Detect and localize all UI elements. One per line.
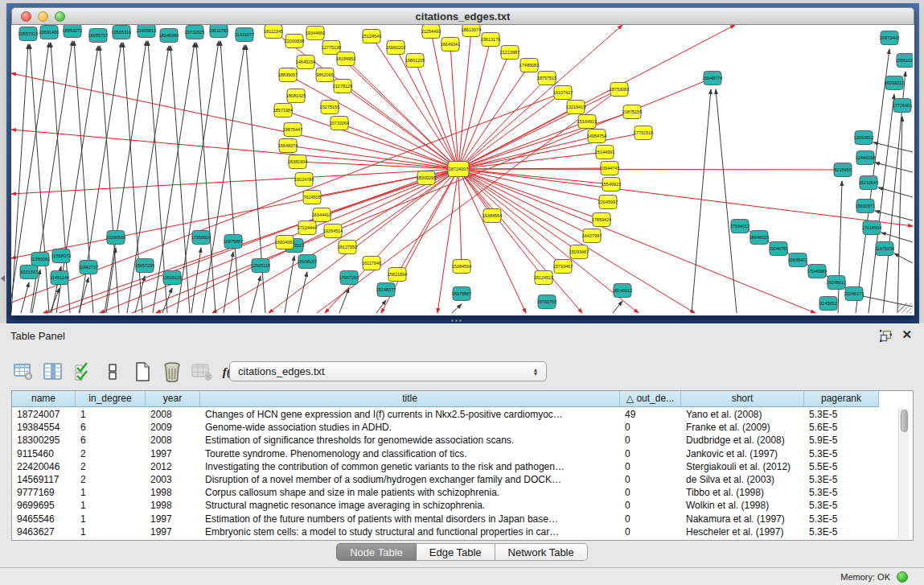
network-node[interactable]: 17016504 (862, 221, 881, 235)
network-node[interactable]: 21213987 (500, 46, 519, 60)
network-node[interactable]: 19565310 (112, 26, 131, 39)
network-node[interactable]: 11451144 (50, 271, 69, 285)
network-node[interactable]: 20732064 (330, 117, 349, 130)
network-edge[interactable] (458, 169, 462, 266)
panel-splitter-handle[interactable] (451, 319, 462, 323)
network-node[interactable]: 18112345 (264, 25, 283, 39)
scrollbar-thumb[interactable] (901, 410, 908, 432)
network-edge[interactable] (298, 272, 307, 313)
select-columns-checks-icon[interactable] (72, 361, 93, 382)
network-edge[interactable] (458, 30, 471, 169)
network-edge[interactable] (881, 233, 913, 242)
network-node[interactable]: 18300295 (417, 171, 436, 185)
network-node[interactable]: 9862066 (316, 68, 334, 82)
network-node[interactable]: 18346999 (159, 29, 179, 43)
network-node[interactable]: 16648374 (278, 139, 298, 153)
network-node[interactable]: 14640234 (296, 56, 315, 69)
tab-node-table[interactable]: Node Table (336, 543, 417, 561)
network-edge[interactable] (127, 46, 169, 313)
network-node[interactable]: 17046989 (807, 265, 827, 278)
network-node[interactable]: 10944743 (600, 162, 619, 175)
network-node[interactable]: 14954754 (587, 130, 606, 143)
column-header-short[interactable]: short (681, 391, 804, 407)
zoom-window-button[interactable] (55, 11, 65, 22)
table-row[interactable]: 1938455462009Genome-wide association stu… (12, 421, 913, 434)
network-node[interactable]: 11568073 (51, 249, 71, 263)
network-node[interactable]: 15793467 (553, 260, 573, 274)
network-edge[interactable] (21, 282, 29, 313)
network-node[interactable]: 17359924 (191, 231, 211, 245)
network-node[interactable]: 20732625 (185, 26, 204, 39)
network-edge[interactable] (347, 169, 458, 247)
network-node[interactable]: 16648774 (703, 72, 722, 85)
network-node[interactable]: 18571984 (273, 104, 293, 117)
network-node[interactable]: 21254493 (421, 25, 441, 39)
network-node[interactable]: 8215955 (834, 163, 852, 177)
network-edge[interactable] (458, 169, 592, 236)
new-table-icon[interactable] (132, 361, 153, 382)
network-edge[interactable] (613, 301, 622, 313)
network-node[interactable]: 16117940 (362, 257, 381, 270)
network-node[interactable]: 19561027 (896, 54, 913, 68)
network-edge[interactable] (285, 256, 294, 313)
network-node[interactable]: 19245012 (827, 276, 846, 290)
network-edge[interactable] (79, 278, 88, 313)
network-node[interactable]: 16960203 (386, 41, 405, 55)
network-edge[interactable] (106, 248, 116, 313)
network-node[interactable]: 20557319 (18, 27, 38, 41)
network-node[interactable]: 16904081 (275, 236, 294, 249)
network-node[interactable]: 16782753 (537, 295, 556, 309)
table-selector-dropdown[interactable]: citations_edges.txt ▲▼ (229, 361, 547, 381)
network-node[interactable]: 15549923 (602, 178, 621, 192)
network-node[interactable]: 22000838 (285, 35, 304, 48)
tab-edge-table[interactable]: Edge Table (417, 543, 495, 561)
network-node[interactable]: 21046177 (844, 287, 864, 301)
network-node[interactable]: 20206536 (106, 231, 125, 245)
network-node[interactable]: 18081425 (286, 89, 306, 103)
network-node[interactable]: 21905813 (137, 25, 156, 38)
network-node[interactable]: 21278129 (333, 80, 352, 93)
network-node[interactable]: 13216419 (566, 101, 585, 114)
network-node[interactable]: 15248377 (376, 283, 396, 297)
network-edge[interactable] (191, 248, 201, 313)
network-node[interactable]: 21875155 (622, 105, 642, 119)
network-node[interactable]: 17751515 (634, 126, 653, 140)
column-header-year[interactable]: year (146, 391, 200, 407)
network-node[interactable]: 15384554 (452, 260, 471, 274)
network-node[interactable]: 16093212 (885, 76, 904, 90)
network-node[interactable]: 16935402 (788, 253, 807, 267)
network-edge[interactable] (251, 276, 261, 313)
table-row[interactable]: 1830029562008Estimation of significance … (12, 434, 913, 447)
network-node[interactable]: 16649341 (441, 38, 460, 51)
network-edge[interactable] (458, 39, 491, 169)
close-panel-icon[interactable]: ✕ (901, 328, 912, 342)
network-node[interactable]: 12505115 (251, 259, 270, 273)
tab-network-table[interactable]: Network Table (495, 543, 588, 561)
panel-collapse-arrow-icon[interactable] (1, 275, 5, 282)
network-node[interactable]: 15093467 (569, 245, 589, 259)
network-node[interactable]: 12444198 (856, 151, 875, 165)
delete-attribute-trash-icon[interactable] (162, 361, 183, 382)
network-node[interactable]: 20691406 (39, 26, 59, 39)
table-row[interactable]: 946362711997Embryonic stem cells: a mode… (12, 525, 913, 538)
table-vertical-scrollbar[interactable] (898, 408, 909, 539)
network-node[interactable]: 19875447 (283, 123, 302, 137)
network-edge[interactable] (43, 169, 458, 313)
network-edge[interactable] (452, 304, 462, 313)
table-row[interactable]: 2242004622012Investigating the contribut… (12, 460, 913, 473)
network-node[interactable]: 16344410 (312, 208, 331, 222)
delete-table-icon-disabled[interactable] (191, 361, 212, 382)
network-node[interactable]: 19024786 (294, 173, 314, 187)
table-row[interactable]: 946554611997Estimation of the future num… (12, 513, 913, 525)
network-node[interactable]: 18946023 (749, 231, 769, 245)
network-node[interactable]: 17859424 (592, 213, 611, 227)
network-edge[interactable] (100, 46, 119, 313)
network-node[interactable]: 15821894 (388, 268, 407, 282)
network-edge[interactable] (875, 163, 913, 172)
network-node[interactable]: 18613074 (462, 25, 481, 37)
network-node[interactable]: 17594012 (730, 220, 749, 233)
network-edge[interactable] (458, 169, 843, 170)
network-edge[interactable] (346, 59, 458, 169)
network-node[interactable]: 22045997 (598, 196, 618, 209)
network-node[interactable]: 10975887 (224, 235, 243, 249)
